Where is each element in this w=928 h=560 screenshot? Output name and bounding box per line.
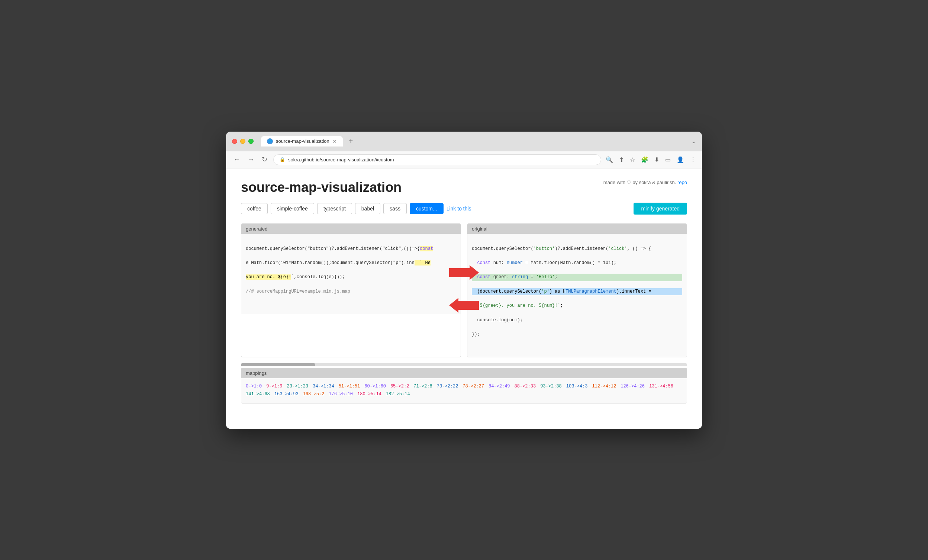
mapping-item[interactable]: 88->2:33 — [514, 383, 536, 391]
mapping-item[interactable]: 73->2:22 — [437, 383, 458, 391]
tab-favicon: 🌐 — [267, 138, 273, 144]
minimize-button[interactable] — [240, 139, 246, 144]
toolbar-icons: 🔍 ⬆ ☆ 🧩 ⬇ ▭ 👤 ⋮ — [606, 156, 696, 163]
code-line: document.querySelector('button')?.addEve… — [472, 246, 682, 252]
mapping-item[interactable]: 163->4:93 — [275, 391, 299, 398]
mappings-body: 0->1:09->1:923->1:2334->1:3451->1:5160->… — [241, 378, 687, 403]
menu-icon[interactable]: ⋮ — [690, 156, 696, 163]
original-panel: original document.querySelector('button'… — [467, 223, 687, 357]
address-input[interactable]: 🔒 sokra.github.io/source-map-visualizati… — [273, 154, 601, 165]
scrollbar-thumb[interactable] — [241, 363, 315, 366]
close-button[interactable] — [232, 139, 237, 144]
mapping-item[interactable]: 126->4:26 — [621, 383, 645, 391]
code-line: const greet: string = 'Hello'; — [472, 274, 682, 281]
back-button[interactable]: ← — [232, 155, 242, 164]
reader-icon[interactable]: ▭ — [665, 156, 671, 163]
repo-link[interactable]: repo — [678, 180, 687, 185]
tab-menu-icon[interactable]: ⌄ — [691, 137, 696, 145]
mapping-item[interactable]: 93->2:38 — [540, 383, 562, 391]
mapping-item[interactable]: 60->1:60 — [364, 383, 386, 391]
tab-title: source-map-visualization — [276, 138, 330, 144]
code-line: const num: number = Math.floor(Math.rand… — [472, 259, 682, 267]
address-bar: ← → ↻ 🔒 sokra.github.io/source-map-visua… — [226, 151, 702, 168]
bookmark-icon[interactable]: ☆ — [630, 156, 635, 163]
new-tab-button[interactable]: + — [346, 137, 356, 145]
code-line: console.log(num); — [472, 317, 682, 324]
code-line: (document.querySelector('p') as HTMLPara… — [472, 288, 682, 295]
mapping-item[interactable]: 112->4:12 — [592, 383, 616, 391]
mapping-item[interactable]: 71->2:8 — [414, 383, 432, 391]
mapping-item[interactable]: 23->1:23 — [287, 383, 308, 391]
scrollbar-area[interactable] — [241, 363, 687, 366]
preset-coffee-button[interactable]: coffee — [241, 203, 268, 214]
mapping-item[interactable]: 180->5:14 — [357, 391, 382, 398]
preset-typescript-button[interactable]: typescript — [317, 203, 352, 214]
mapping-item[interactable]: 51->1:51 — [339, 383, 360, 391]
mappings-header: mappings — [241, 368, 687, 378]
mappings-panel: mappings 0->1:09->1:923->1:2334->1:3451-… — [241, 368, 687, 403]
mapping-item[interactable]: 168->5:2 — [303, 391, 325, 398]
preset-sass-button[interactable]: sass — [383, 203, 407, 214]
mapping-item[interactable]: 78->2:27 — [462, 383, 484, 391]
code-line: e=Math.floor(101*Math.random());document… — [246, 259, 456, 267]
title-bar: 🌐 source-map-visualization ✕ + ⌄ — [226, 132, 702, 151]
code-line: you are no. ${e}!`,console.log(e)})); — [246, 274, 456, 281]
share-icon[interactable]: ⬆ — [619, 156, 624, 163]
minify-button[interactable]: minify generated — [633, 203, 687, 215]
mapping-item[interactable]: 9->1:9 — [266, 383, 282, 391]
code-line: }); — [472, 331, 682, 338]
browser-window: 🌐 source-map-visualization ✕ + ⌄ ← → ↻ 🔒… — [226, 132, 702, 429]
search-icon[interactable]: 🔍 — [606, 156, 613, 163]
preset-simple-coffee-button[interactable]: simple-coffee — [271, 203, 314, 214]
maximize-button[interactable] — [248, 139, 253, 144]
generated-panel: generated document.querySelector("button… — [241, 223, 461, 357]
tab-bar: 🌐 source-map-visualization ✕ + ⌄ — [261, 136, 696, 146]
extensions-icon[interactable]: 🧩 — [641, 156, 649, 163]
traffic-lights — [232, 139, 253, 144]
code-line: //# sourceMappingURL=example.min.js.map — [246, 288, 456, 295]
mapping-item[interactable]: 84->2:49 — [488, 383, 510, 391]
mapping-item[interactable]: 34->1:34 — [313, 383, 334, 391]
mapping-items: 0->1:09->1:923->1:2334->1:3451->1:5160->… — [246, 384, 678, 397]
mapping-item[interactable]: 103->4:3 — [566, 383, 588, 391]
mapping-item[interactable]: 182->5:14 — [386, 391, 410, 398]
lock-icon: 🔒 — [279, 157, 285, 162]
preset-custom-button[interactable]: custom... — [410, 203, 444, 214]
mapping-item[interactable]: 65->2:2 — [391, 383, 409, 391]
code-line: document.querySelector("button")?.addEve… — [246, 246, 456, 252]
mapping-item[interactable]: 131->4:56 — [649, 383, 673, 391]
generated-panel-header: generated — [241, 224, 461, 234]
mapping-item[interactable]: 176->5:10 — [329, 391, 353, 398]
tab-close-icon[interactable]: ✕ — [333, 138, 337, 144]
original-code-body[interactable]: document.querySelector('button')?.addEve… — [467, 234, 687, 357]
url-text: sokra.github.io/source-map-visualization… — [288, 157, 394, 162]
page-content: source-map-visualization made with ♡ by … — [226, 168, 702, 429]
code-panels: generated document.querySelector("button… — [241, 223, 687, 357]
page-title: source-map-visualization — [241, 180, 401, 195]
original-panel-header: original — [467, 224, 687, 234]
download-icon[interactable]: ⬇ — [654, 156, 659, 163]
link-to-this[interactable]: Link to this — [447, 206, 472, 212]
profile-icon[interactable]: 👤 — [677, 156, 684, 163]
mapping-item[interactable]: 0->1:0 — [246, 383, 262, 391]
forward-button[interactable]: → — [246, 155, 256, 164]
made-with: made with ♡ by sokra & paulirish. repo — [603, 180, 687, 185]
preset-babel-button[interactable]: babel — [355, 203, 380, 214]
generated-code-body[interactable]: document.querySelector("button")?.addEve… — [241, 234, 461, 314]
mapping-item[interactable]: 141->4:68 — [246, 391, 270, 398]
browser-tab[interactable]: 🌐 source-map-visualization ✕ — [261, 136, 343, 146]
page-header: source-map-visualization made with ♡ by … — [241, 180, 687, 195]
preset-buttons: coffee simple-coffee typescript babel sa… — [241, 203, 687, 215]
reload-button[interactable]: ↻ — [260, 155, 269, 164]
code-line: `${greet}, you are no. ${num}!`; — [472, 302, 682, 310]
